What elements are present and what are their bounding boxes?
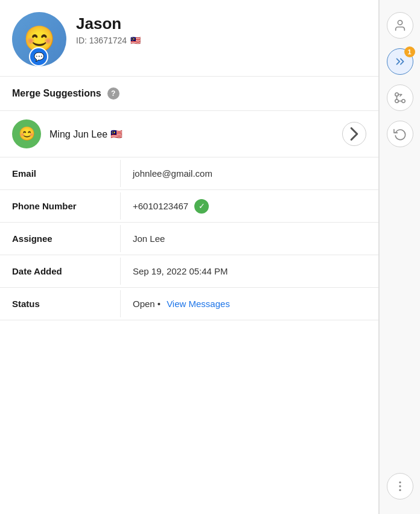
profile-button[interactable] xyxy=(387,12,413,39)
svg-point-6 xyxy=(399,489,401,491)
header-section: 😊 💬 Jason ID: 13671724 🇲🇾 xyxy=(0,0,378,77)
merge-suggestions-section: Merge Suggestions ? xyxy=(0,77,378,111)
email-label: Email xyxy=(0,160,121,187)
table-row: Date Added Sep 19, 2022 05:44 PM xyxy=(0,255,378,288)
email-value: johnlee@gmail.com xyxy=(121,160,378,187)
suggestion-name: Ming Jun Lee 🇲🇾 xyxy=(49,128,334,140)
merge-arrow-button[interactable] xyxy=(342,122,366,146)
assignee-label: Assignee xyxy=(0,225,121,252)
merge-icon xyxy=(393,91,407,104)
svg-point-4 xyxy=(399,481,401,483)
merge-title: Merge Suggestions xyxy=(12,88,101,99)
suggestion-avatar: 😊 xyxy=(12,119,41,148)
header-info: Jason ID: 13671724 🇲🇾 xyxy=(76,12,366,45)
chat-icon: 💬 xyxy=(34,52,44,62)
table-row: Status Open • View Messages xyxy=(0,288,378,320)
svg-point-0 xyxy=(398,21,402,25)
suggestion-face: 😊 xyxy=(19,126,35,142)
badge: 1 xyxy=(404,46,415,57)
phone-label: Phone Number xyxy=(0,192,121,220)
help-icon[interactable]: ? xyxy=(107,87,119,100)
person-icon xyxy=(393,19,407,32)
table-row: Email johnlee@gmail.com xyxy=(0,157,378,190)
table-row: Assignee Jon Lee xyxy=(0,223,378,255)
svg-point-5 xyxy=(399,485,401,487)
avatar-container: 😊 💬 xyxy=(12,12,66,66)
status-value: Open • View Messages xyxy=(121,290,378,317)
sidebar: 1 xyxy=(379,0,420,514)
details-table: Email johnlee@gmail.com Phone Number +60… xyxy=(0,157,378,514)
main-panel: 😊 💬 Jason ID: 13671724 🇲🇾 Merge Suggesti… xyxy=(0,0,379,514)
svg-point-1 xyxy=(401,100,405,103)
history-icon xyxy=(393,127,407,141)
date-added-value: Sep 19, 2022 05:44 PM xyxy=(121,258,378,285)
forward-button[interactable]: 1 xyxy=(387,48,413,75)
contact-id: ID: 13671724 🇲🇾 xyxy=(76,36,366,45)
verified-icon: ✓ xyxy=(194,199,209,214)
phone-value: +6010123467 ✓ xyxy=(121,191,378,222)
arrow-icon xyxy=(343,122,366,145)
date-added-label: Date Added xyxy=(0,258,121,285)
chat-badge[interactable]: 💬 xyxy=(29,47,48,66)
three-dots-icon xyxy=(393,480,407,493)
more-options-button[interactable] xyxy=(387,473,413,500)
status-label: Status xyxy=(0,290,121,317)
history-button[interactable] xyxy=(387,121,413,147)
view-messages-link[interactable]: View Messages xyxy=(167,299,230,309)
assignee-value: Jon Lee xyxy=(121,225,378,252)
merge-button[interactable] xyxy=(387,84,413,111)
suggestion-row: 😊 Ming Jun Lee 🇲🇾 xyxy=(0,111,378,157)
contact-name: Jason xyxy=(76,14,366,33)
table-row: Phone Number +6010123467 ✓ xyxy=(0,190,378,223)
forward-icon xyxy=(393,55,407,68)
